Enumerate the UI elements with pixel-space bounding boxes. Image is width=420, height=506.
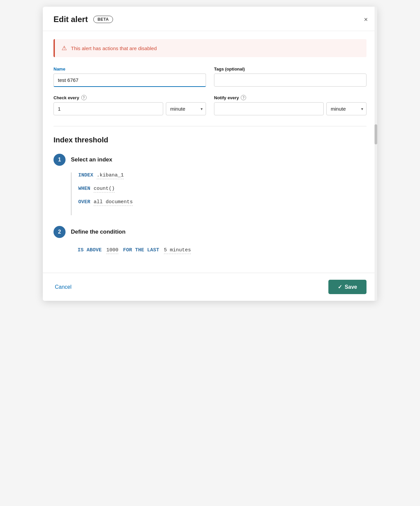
step1-title: Select an index [71, 156, 112, 163]
condition-line: IS ABOVE 1000 FOR THE LAST 5 minutes [78, 247, 366, 254]
alert-banner-text: This alert has actions that are disabled [71, 45, 157, 51]
is-above-value[interactable]: 1000 [106, 247, 118, 254]
beta-badge: BETA [93, 16, 113, 23]
scrollbar[interactable] [375, 7, 377, 301]
notify-every-number-input[interactable] [214, 102, 324, 115]
step2-container: 2 Define the condition IS ABOVE 1000 FOR… [54, 226, 366, 254]
when-line: WHEN count() [78, 186, 366, 193]
notify-every-inputs: minute hour day ▾ [214, 102, 366, 115]
tags-input[interactable] [214, 74, 366, 87]
modal-footer: Cancel ✓ Save [43, 273, 377, 301]
index-line: INDEX .kibana_1 [78, 172, 366, 179]
check-every-label: Check every ? [54, 95, 206, 100]
check-every-unit-select[interactable]: minute hour day [166, 102, 206, 115]
when-keyword: WHEN [78, 186, 90, 192]
edit-alert-modal: Edit alert BETA × ⚠ This alert has actio… [43, 7, 377, 301]
check-every-inputs: minute hour day ▾ [54, 102, 206, 115]
save-label: Save [345, 284, 357, 290]
index-value[interactable]: .kibana_1 [97, 172, 124, 179]
is-above-keyword: IS ABOVE [78, 247, 102, 253]
notify-every-unit-select[interactable]: minute hour day [326, 102, 366, 115]
save-button[interactable]: ✓ Save [328, 280, 366, 294]
name-input[interactable] [54, 74, 206, 87]
step2-content: IS ABOVE 1000 FOR THE LAST 5 minutes [71, 245, 366, 254]
step2-header: 2 Define the condition [54, 226, 366, 238]
name-label: Name [54, 67, 206, 72]
cancel-button[interactable]: Cancel [54, 281, 73, 293]
step2-number: 2 [54, 226, 66, 238]
modal-header: Edit alert BETA × [43, 7, 377, 31]
modal-body: ⚠ This alert has actions that are disabl… [43, 31, 377, 273]
section-title: Index threshold [54, 136, 366, 144]
over-value[interactable]: all documents [94, 199, 133, 206]
name-group: Name [54, 67, 206, 87]
index-threshold-section: Index threshold 1 Select an index INDEX … [54, 136, 366, 254]
step1-content: INDEX .kibana_1 WHEN count() OVER all do… [71, 172, 366, 215]
step1-number: 1 [54, 154, 66, 166]
step1-header: 1 Select an index [54, 154, 366, 166]
notify-every-label: Notify every ? [214, 95, 366, 100]
name-tags-row: Name Tags (optional) [54, 67, 366, 87]
notify-every-help-icon[interactable]: ? [241, 95, 246, 100]
check-every-unit-wrapper: minute hour day ▾ [166, 102, 206, 115]
notify-every-unit-wrapper: minute hour day ▾ [326, 102, 366, 115]
check-notify-row: Check every ? minute hour day ▾ [54, 95, 366, 115]
tags-group: Tags (optional) [214, 67, 366, 87]
index-keyword: INDEX [78, 172, 93, 178]
save-check-icon: ✓ [338, 284, 342, 290]
step2-title: Define the condition [71, 229, 125, 235]
check-every-help-icon[interactable]: ? [81, 95, 87, 100]
section-divider [54, 126, 366, 126]
for-the-last-value[interactable]: 5 minutes [164, 247, 191, 254]
warning-icon: ⚠ [62, 44, 67, 52]
for-the-last-keyword: FOR THE LAST [123, 247, 159, 253]
check-every-number-input[interactable] [54, 102, 163, 115]
close-button[interactable]: × [362, 15, 369, 24]
modal-title: Edit alert [54, 15, 88, 24]
scrollbar-thumb[interactable] [375, 124, 377, 144]
alert-banner: ⚠ This alert has actions that are disabl… [54, 39, 366, 57]
over-keyword: OVER [78, 199, 90, 205]
tags-label: Tags (optional) [214, 67, 366, 72]
over-line: OVER all documents [78, 199, 366, 206]
step1-container: 1 Select an index INDEX .kibana_1 WHEN c… [54, 154, 366, 215]
notify-every-group: Notify every ? minute hour day ▾ [214, 95, 366, 115]
check-every-group: Check every ? minute hour day ▾ [54, 95, 206, 115]
when-value[interactable]: count() [94, 186, 115, 193]
